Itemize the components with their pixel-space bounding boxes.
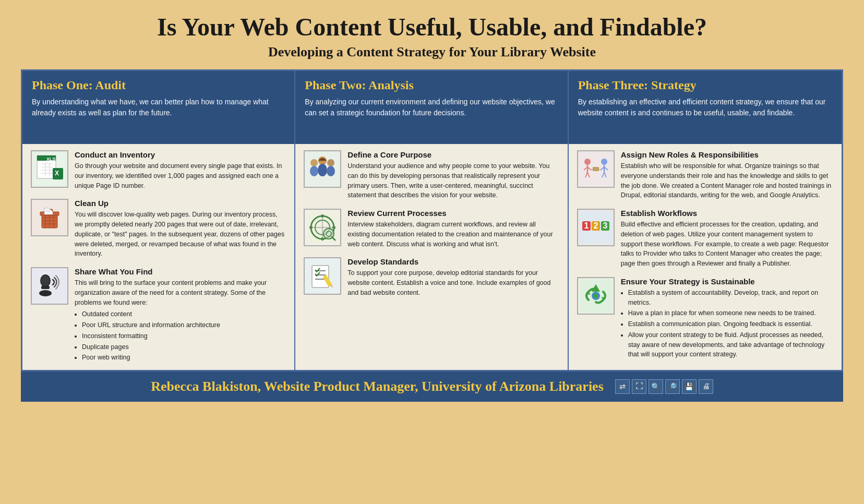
subtitle: Developing a Content Strategy for Your L… [268,44,596,60]
excel-icon: XLS X [31,150,68,188]
svg-point-31 [310,159,318,166]
print-button[interactable]: 🖨 [699,379,713,394]
list-item: Review Current Processes Interview stake… [304,209,559,249]
cleanup-content: Clean Up You will discover low-quality w… [75,199,286,259]
svg-text:2: 2 [593,221,598,230]
establish-workflows-content: Establish Workflows Build effective and … [621,209,833,269]
svg-point-35 [327,159,334,166]
icon-btn-1[interactable]: ⇄ [615,379,630,394]
phase-two-items: Define a Core Purpose Understand your au… [295,144,567,370]
bullet-item: Duplicate pages [82,342,286,352]
develop-standards-desc: To support your core purpose, develop ed… [347,268,559,297]
core-purpose-title: Define a Core Purpose [347,150,559,159]
main-title: Is Your Web Content Useful, Usable, and … [157,13,707,41]
bullet-item: Poor web writing [82,353,286,363]
svg-rect-69 [593,167,599,171]
phase-one-header: Phase One: Audit By understanding what w… [22,71,294,144]
core-purpose-content: Define a Core Purpose Understand your au… [347,150,559,200]
inventory-desc: Go through your website and document eve… [75,161,286,190]
list-item: XLS X Conduct an Inventory [31,150,286,190]
svg-text:1: 1 [584,221,589,230]
footer-credit: Rebecca Blakiston, Website Product Manag… [151,379,604,394]
svg-point-32 [310,166,318,176]
list-item: Share What You Find This will bring to t… [31,267,286,364]
sustainable-desc: Establish a system of accountability. De… [621,288,833,359]
share-content: Share What You Find This will bring to t… [75,267,286,364]
zoom-out-button[interactable]: 🔎 [665,379,680,394]
process-icon [304,209,341,246]
svg-rect-25 [34,270,65,302]
cleanup-title: Clean Up [75,199,286,208]
workflow-icon: 1 2 3 [577,209,615,246]
phase-one-desc: By understanding what we have, we can be… [32,97,285,118]
bullet-item: Poor URL structure and information archi… [82,320,286,330]
inventory-content: Conduct an Inventory Go through your web… [75,150,286,190]
list-item: Ensure Your Strategy is Sustainable Esta… [577,277,833,361]
svg-text:XLS: XLS [46,157,56,162]
svg-rect-28 [41,286,50,289]
bullet-item: Outdated content [82,309,286,319]
phase-one-col: Phase One: Audit By understanding what w… [22,71,295,370]
svg-point-48 [332,226,335,229]
assign-roles-desc: Establish who will be responsible for wh… [621,161,833,200]
share-title: Share What You Find [75,267,286,276]
share-bullet-list: Outdated content Poor URL structure and … [75,309,286,363]
svg-point-36 [327,166,335,176]
zoom-in-button[interactable]: 🔍 [649,379,663,394]
trash-icon [31,199,68,236]
people-icon [304,150,341,188]
bullet-item: Establish a communication plan. Ongoing … [628,319,833,329]
list-item: Develop Standards To support your core p… [304,257,559,297]
phase-three-items: Assign New Roles & Responsibilities Esta… [569,144,842,370]
bullet-item: Inconsistent formatting [82,331,286,341]
svg-point-27 [41,275,50,286]
list-item: Define a Core Purpose Understand your au… [304,150,559,200]
svg-point-45 [321,214,324,218]
svg-point-47 [309,226,313,229]
sustainable-bullet-list: Establish a system of accountability. De… [621,288,833,359]
svg-text:X: X [55,170,59,177]
sustainable-icon [577,277,615,315]
bullet-item: Allow your content strategy to be fluid.… [628,330,833,359]
list-item: 1 2 3 Establish Workflows Build effectiv… [577,209,833,269]
footer-icons: ⇄ ⛶ 🔍 🔎 💾 🖨 [615,379,713,394]
core-purpose-desc: Understand your audience and why people … [347,161,559,200]
establish-workflows-title: Establish Workflows [621,209,833,218]
phase-two-desc: By analyzing our current environment and… [305,97,558,118]
page-wrapper: Is Your Web Content Useful, Usable, and … [0,0,864,402]
svg-point-34 [318,164,327,176]
sustainable-content: Ensure Your Strategy is Sustainable Esta… [621,277,833,361]
sustainable-title: Ensure Your Strategy is Sustainable [621,277,833,286]
bullet-item: Have a plan in place for when someone ne… [628,308,833,318]
svg-point-63 [601,159,607,165]
review-processes-title: Review Current Processes [347,209,559,218]
phase-two-col: Phase Two: Analysis By analyzing our cur… [295,71,568,370]
develop-standards-content: Develop Standards To support your core p… [347,257,559,297]
assign-roles-title: Assign New Roles & Responsibilities [621,150,833,159]
icon-btn-2[interactable]: ⛶ [632,379,646,394]
establish-workflows-desc: Build effective and efficient processes … [621,220,833,269]
phase-two-title: Phase Two: Analysis [305,78,558,92]
roles-icon [577,150,615,188]
assign-roles-content: Assign New Roles & Responsibilities Esta… [621,150,833,200]
list-item: Assign New Roles & Responsibilities Esta… [577,150,833,200]
phase-two-header: Phase Two: Analysis By analyzing our cur… [295,71,567,144]
cleanup-desc: You will discover low-quality web pages.… [75,210,286,259]
save-button[interactable]: 💾 [682,379,697,394]
phase-three-header: Phase Three: Strategy By establishing an… [569,71,842,144]
phase-three-title: Phase Three: Strategy [578,78,832,92]
footer: Rebecca Blakiston, Website Product Manag… [21,371,843,402]
review-processes-content: Review Current Processes Interview stake… [347,209,559,249]
phases-container: Phase One: Audit By understanding what w… [21,69,843,371]
share-icon [31,267,68,305]
bullet-item: Establish a system of accountability. De… [628,288,833,308]
phase-one-items: XLS X Conduct an Inventory [22,144,294,370]
svg-point-29 [39,290,52,296]
svg-text:3: 3 [603,221,607,230]
share-desc: This will bring to the surface your cont… [75,278,286,363]
inventory-title: Conduct an Inventory [75,150,286,159]
checklist-icon [304,257,341,295]
develop-standards-title: Develop Standards [347,257,559,266]
list-item: Clean Up You will discover low-quality w… [31,199,286,259]
phase-one-title: Phase One: Audit [32,78,285,92]
